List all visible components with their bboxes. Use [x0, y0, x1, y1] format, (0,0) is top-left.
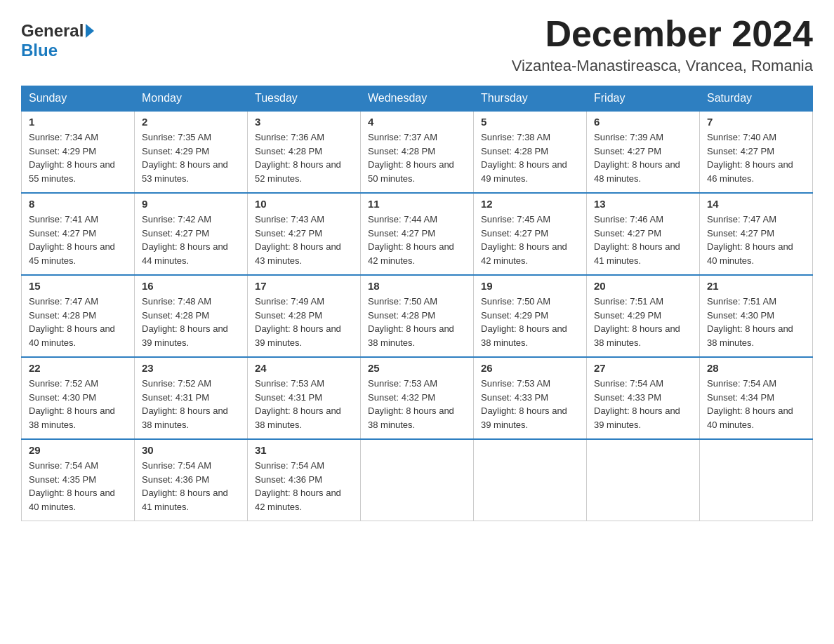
header-tuesday: Tuesday [248, 86, 361, 112]
calendar-day-cell: 26 Sunrise: 7:53 AMSunset: 4:33 PMDaylig… [474, 357, 587, 439]
day-info: Sunrise: 7:54 AMSunset: 4:34 PMDaylight:… [707, 378, 793, 430]
calendar-day-cell: 2 Sunrise: 7:35 AMSunset: 4:29 PMDayligh… [135, 111, 248, 193]
day-number: 21 [707, 280, 805, 292]
calendar-week-3: 15 Sunrise: 7:47 AMSunset: 4:28 PMDaylig… [22, 275, 813, 357]
calendar-day-cell: 18 Sunrise: 7:50 AMSunset: 4:28 PMDaylig… [361, 275, 474, 357]
day-number: 1 [29, 116, 127, 128]
calendar-day-cell: 7 Sunrise: 7:40 AMSunset: 4:27 PMDayligh… [700, 111, 813, 193]
day-number: 10 [255, 198, 353, 210]
calendar-week-4: 22 Sunrise: 7:52 AMSunset: 4:30 PMDaylig… [22, 357, 813, 439]
calendar-day-cell: 14 Sunrise: 7:47 AMSunset: 4:27 PMDaylig… [700, 193, 813, 275]
day-number: 8 [29, 198, 127, 210]
weekday-header-row: Sunday Monday Tuesday Wednesday Thursday… [22, 86, 813, 112]
calendar-day-cell [474, 439, 587, 521]
calendar-day-cell [587, 439, 700, 521]
calendar-day-cell: 17 Sunrise: 7:49 AMSunset: 4:28 PMDaylig… [248, 275, 361, 357]
calendar-day-cell: 31 Sunrise: 7:54 AMSunset: 4:36 PMDaylig… [248, 439, 361, 521]
day-info: Sunrise: 7:36 AMSunset: 4:28 PMDaylight:… [255, 132, 341, 184]
day-info: Sunrise: 7:43 AMSunset: 4:27 PMDaylight:… [255, 214, 341, 266]
day-number: 9 [142, 198, 240, 210]
day-info: Sunrise: 7:34 AMSunset: 4:29 PMDaylight:… [29, 132, 115, 184]
calendar-day-cell: 10 Sunrise: 7:43 AMSunset: 4:27 PMDaylig… [248, 193, 361, 275]
calendar-day-cell: 30 Sunrise: 7:54 AMSunset: 4:36 PMDaylig… [135, 439, 248, 521]
day-number: 5 [481, 116, 579, 128]
header-saturday: Saturday [700, 86, 813, 112]
calendar-day-cell: 13 Sunrise: 7:46 AMSunset: 4:27 PMDaylig… [587, 193, 700, 275]
day-number: 30 [142, 444, 240, 456]
day-number: 2 [142, 116, 240, 128]
day-info: Sunrise: 7:54 AMSunset: 4:35 PMDaylight:… [29, 460, 115, 512]
day-number: 26 [481, 362, 579, 374]
day-info: Sunrise: 7:53 AMSunset: 4:33 PMDaylight:… [481, 378, 567, 430]
calendar-day-cell [700, 439, 813, 521]
header-monday: Monday [135, 86, 248, 112]
calendar-day-cell: 5 Sunrise: 7:38 AMSunset: 4:28 PMDayligh… [474, 111, 587, 193]
day-info: Sunrise: 7:49 AMSunset: 4:28 PMDaylight:… [255, 296, 341, 348]
calendar-day-cell: 6 Sunrise: 7:39 AMSunset: 4:27 PMDayligh… [587, 111, 700, 193]
day-info: Sunrise: 7:46 AMSunset: 4:27 PMDaylight:… [594, 214, 680, 266]
day-info: Sunrise: 7:52 AMSunset: 4:30 PMDaylight:… [29, 378, 115, 430]
day-info: Sunrise: 7:54 AMSunset: 4:36 PMDaylight:… [255, 460, 341, 512]
day-info: Sunrise: 7:50 AMSunset: 4:28 PMDaylight:… [368, 296, 454, 348]
day-info: Sunrise: 7:50 AMSunset: 4:29 PMDaylight:… [481, 296, 567, 348]
day-number: 19 [481, 280, 579, 292]
day-info: Sunrise: 7:40 AMSunset: 4:27 PMDaylight:… [707, 132, 793, 184]
calendar-day-cell: 16 Sunrise: 7:48 AMSunset: 4:28 PMDaylig… [135, 275, 248, 357]
calendar-day-cell: 29 Sunrise: 7:54 AMSunset: 4:35 PMDaylig… [22, 439, 135, 521]
calendar-day-cell: 8 Sunrise: 7:41 AMSunset: 4:27 PMDayligh… [22, 193, 135, 275]
day-number: 14 [707, 198, 805, 210]
day-number: 11 [368, 198, 466, 210]
day-number: 23 [142, 362, 240, 374]
day-number: 15 [29, 280, 127, 292]
page-header: General Blue December 2024 Vizantea-Mana… [21, 14, 813, 75]
day-number: 31 [255, 444, 353, 456]
page-subtitle: Vizantea-Manastireasca, Vrancea, Romania [512, 57, 813, 75]
day-info: Sunrise: 7:38 AMSunset: 4:28 PMDaylight:… [481, 132, 567, 184]
calendar-day-cell: 23 Sunrise: 7:52 AMSunset: 4:31 PMDaylig… [135, 357, 248, 439]
day-number: 3 [255, 116, 353, 128]
title-section: December 2024 Vizantea-Manastireasca, Vr… [512, 14, 813, 75]
day-number: 4 [368, 116, 466, 128]
day-info: Sunrise: 7:54 AMSunset: 4:33 PMDaylight:… [594, 378, 680, 430]
day-info: Sunrise: 7:45 AMSunset: 4:27 PMDaylight:… [481, 214, 567, 266]
day-number: 12 [481, 198, 579, 210]
calendar-day-cell: 19 Sunrise: 7:50 AMSunset: 4:29 PMDaylig… [474, 275, 587, 357]
day-info: Sunrise: 7:39 AMSunset: 4:27 PMDaylight:… [594, 132, 680, 184]
day-info: Sunrise: 7:47 AMSunset: 4:27 PMDaylight:… [707, 214, 793, 266]
calendar-week-2: 8 Sunrise: 7:41 AMSunset: 4:27 PMDayligh… [22, 193, 813, 275]
day-info: Sunrise: 7:47 AMSunset: 4:28 PMDaylight:… [29, 296, 115, 348]
calendar-day-cell: 3 Sunrise: 7:36 AMSunset: 4:28 PMDayligh… [248, 111, 361, 193]
header-wednesday: Wednesday [361, 86, 474, 112]
header-friday: Friday [587, 86, 700, 112]
calendar-day-cell: 25 Sunrise: 7:53 AMSunset: 4:32 PMDaylig… [361, 357, 474, 439]
calendar-day-cell: 1 Sunrise: 7:34 AMSunset: 4:29 PMDayligh… [22, 111, 135, 193]
logo-arrow-icon [86, 24, 94, 38]
day-number: 27 [594, 362, 692, 374]
calendar-day-cell: 4 Sunrise: 7:37 AMSunset: 4:28 PMDayligh… [361, 111, 474, 193]
calendar-day-cell: 21 Sunrise: 7:51 AMSunset: 4:30 PMDaylig… [700, 275, 813, 357]
day-number: 18 [368, 280, 466, 292]
day-number: 7 [707, 116, 805, 128]
day-number: 6 [594, 116, 692, 128]
day-info: Sunrise: 7:41 AMSunset: 4:27 PMDaylight:… [29, 214, 115, 266]
calendar-day-cell: 11 Sunrise: 7:44 AMSunset: 4:27 PMDaylig… [361, 193, 474, 275]
calendar-table: Sunday Monday Tuesday Wednesday Thursday… [21, 86, 813, 521]
header-sunday: Sunday [22, 86, 135, 112]
day-number: 25 [368, 362, 466, 374]
day-info: Sunrise: 7:44 AMSunset: 4:27 PMDaylight:… [368, 214, 454, 266]
day-number: 20 [594, 280, 692, 292]
day-number: 16 [142, 280, 240, 292]
calendar-day-cell [361, 439, 474, 521]
calendar-day-cell: 27 Sunrise: 7:54 AMSunset: 4:33 PMDaylig… [587, 357, 700, 439]
logo: General Blue [21, 21, 94, 60]
day-number: 13 [594, 198, 692, 210]
day-info: Sunrise: 7:35 AMSunset: 4:29 PMDaylight:… [142, 132, 228, 184]
calendar-day-cell: 15 Sunrise: 7:47 AMSunset: 4:28 PMDaylig… [22, 275, 135, 357]
calendar-week-5: 29 Sunrise: 7:54 AMSunset: 4:35 PMDaylig… [22, 439, 813, 521]
calendar-day-cell: 9 Sunrise: 7:42 AMSunset: 4:27 PMDayligh… [135, 193, 248, 275]
day-info: Sunrise: 7:51 AMSunset: 4:29 PMDaylight:… [594, 296, 680, 348]
day-info: Sunrise: 7:54 AMSunset: 4:36 PMDaylight:… [142, 460, 228, 512]
page-title: December 2024 [512, 14, 813, 54]
day-number: 24 [255, 362, 353, 374]
day-number: 22 [29, 362, 127, 374]
